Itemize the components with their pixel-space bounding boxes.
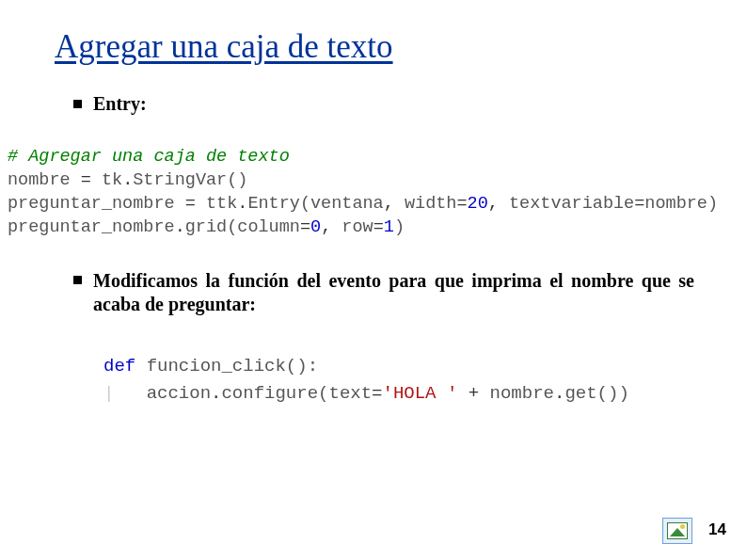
code-token: grid — [185, 217, 227, 237]
code-token — [135, 356, 146, 376]
code-token: configure — [221, 383, 318, 404]
code-token: nombre — [490, 383, 554, 404]
code-token: ( — [227, 217, 237, 237]
code-token: () — [227, 170, 247, 190]
code-number: 1 — [384, 217, 394, 237]
code-token: nombre — [8, 170, 71, 190]
code-token: text — [328, 383, 372, 404]
code-comment: # Agregar una caja de texto — [8, 147, 290, 167]
bullet-text: Modificamos la función del evento para q… — [93, 269, 694, 316]
code-number: 0 — [310, 217, 321, 237]
code-token: textvariable — [509, 194, 634, 214]
code-token: ttk — [206, 194, 237, 214]
code-token: ) — [394, 217, 405, 237]
page-number: 14 — [708, 520, 726, 539]
code-token: , — [384, 194, 405, 214]
code-token: tk — [102, 170, 122, 190]
code-token: . — [237, 194, 247, 214]
code-token: ventana — [310, 194, 384, 214]
slide-container: Agregar una caja de texto Entry: # Agreg… — [0, 0, 747, 560]
code-token: = — [634, 194, 644, 214]
bullet-modificamos: Modificamos la función del evento para q… — [73, 269, 694, 316]
bullet-square-icon — [73, 276, 82, 284]
code-token: . — [175, 217, 185, 237]
code-token: , — [488, 194, 509, 214]
code-token: . — [122, 170, 133, 190]
code-block-1: # Agregar una caja de texto nombre = tk.… — [8, 146, 739, 240]
slide-title: Agregar una caja de texto — [55, 28, 393, 66]
code-token: = — [175, 194, 206, 214]
code-token: preguntar_nombre — [8, 217, 175, 237]
code-cursor-bar: | — [103, 383, 114, 404]
code-token: ( — [318, 383, 328, 404]
code-string: 'HOLA ' — [383, 383, 458, 404]
code-token: () — [597, 383, 619, 404]
code-token: = — [300, 217, 310, 237]
code-token: = — [71, 170, 102, 190]
bullet-square-icon — [73, 100, 82, 108]
code-token: preguntar_nombre — [8, 194, 175, 214]
code-token: + — [457, 383, 489, 404]
code-token: StringVar — [133, 170, 227, 190]
code-token: , — [321, 217, 342, 237]
code-token: ( — [300, 194, 310, 214]
code-token: ) — [707, 194, 718, 214]
code-keyword: def — [103, 356, 135, 376]
code-token: . — [554, 383, 564, 404]
bullet-entry: Entry: — [73, 93, 147, 115]
code-token: = — [456, 194, 467, 214]
code-token: = — [372, 383, 382, 404]
bullet-text: Entry: — [93, 93, 147, 115]
code-token: . — [211, 383, 221, 404]
logo-sun-icon — [680, 524, 685, 529]
code-token: Entry — [247, 194, 300, 214]
logo-mountain-icon — [670, 528, 685, 536]
code-token — [114, 383, 146, 404]
code-block-2: def funcion_click(): | accion.configure(… — [103, 353, 629, 407]
code-token: accion — [147, 383, 211, 404]
code-token: column — [237, 217, 300, 237]
code-token: nombre — [644, 194, 707, 214]
code-token: row — [342, 217, 373, 237]
code-token: = — [374, 217, 384, 237]
code-token: ) — [618, 383, 628, 404]
code-token: get — [564, 383, 596, 404]
code-token: (): — [286, 356, 318, 376]
code-number: 20 — [468, 194, 488, 214]
code-token: width — [405, 194, 457, 214]
code-token: funcion_click — [147, 356, 286, 376]
image-placeholder-icon — [662, 518, 692, 544]
